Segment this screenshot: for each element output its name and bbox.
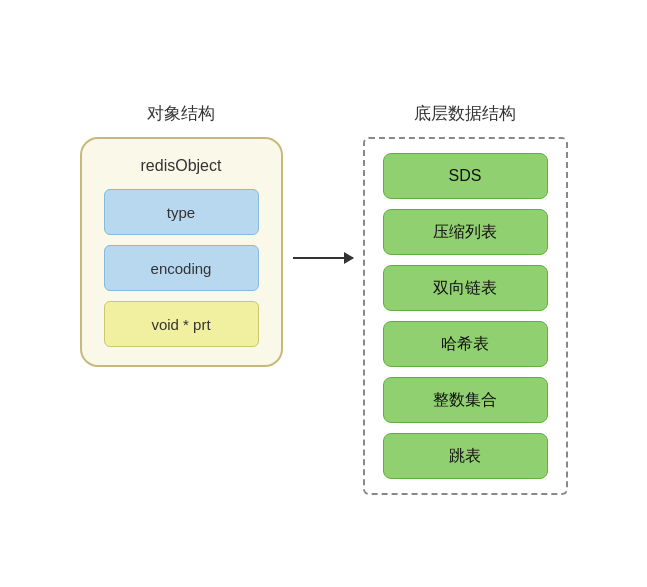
redis-object-box: redisObject type encoding void * prt — [80, 137, 283, 367]
redis-object-label: redisObject — [141, 157, 222, 175]
arrow-container — [283, 257, 363, 259]
right-section: 底层数据结构 SDS 压缩列表 双向链表 哈希表 整数集合 跳表 — [363, 102, 568, 495]
right-title: 底层数据结构 — [414, 102, 516, 125]
ds-linkedlist: 双向链表 — [383, 265, 548, 311]
ds-skiplist: 跳表 — [383, 433, 548, 479]
arrow-line — [293, 257, 353, 259]
left-title: 对象结构 — [147, 102, 215, 125]
field-ptr: void * prt — [104, 301, 259, 347]
field-type: type — [104, 189, 259, 235]
dashed-box: SDS 压缩列表 双向链表 哈希表 整数集合 跳表 — [363, 137, 568, 495]
ds-sds: SDS — [383, 153, 548, 199]
ds-hashtable: 哈希表 — [383, 321, 548, 367]
field-encoding: encoding — [104, 245, 259, 291]
ds-ziplist: 压缩列表 — [383, 209, 548, 255]
ds-intset: 整数集合 — [383, 377, 548, 423]
diagram-container: 对象结构 redisObject type encoding void * pr… — [14, 92, 634, 495]
left-section: 对象结构 redisObject type encoding void * pr… — [80, 102, 283, 367]
